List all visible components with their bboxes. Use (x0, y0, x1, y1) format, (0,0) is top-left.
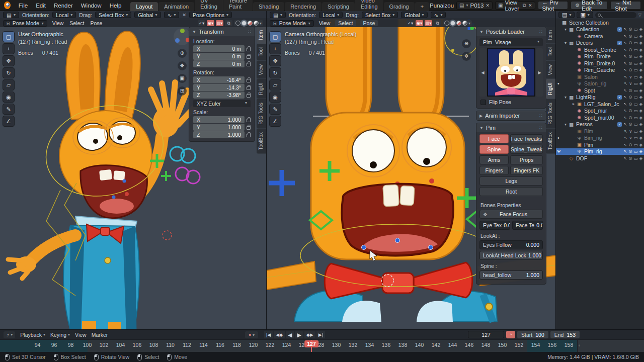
viewport-menu[interactable]: Pose (360, 20, 378, 26)
zoom-icon[interactable]: ⊕ (462, 39, 471, 48)
play-reverse-button[interactable]: ◀ (286, 331, 294, 338)
display-mode-icon[interactable]: ▣ ▾ (577, 12, 593, 18)
selectable-icon[interactable] (623, 47, 627, 52)
topbar-menu[interactable]: Window (77, 3, 106, 9)
select-box-tool[interactable]: ▢ (3, 31, 15, 42)
wireframe-shading-icon[interactable] (235, 21, 240, 26)
viewport-disable-icon[interactable] (633, 122, 637, 127)
close-icon[interactable]: ✕ (528, 3, 532, 8)
outliner-search[interactable] (595, 12, 636, 18)
scale-value-field[interactable]: Z1.000 (193, 131, 245, 138)
render-disable-icon[interactable] (639, 40, 642, 45)
flip-pose-checkbox[interactable] (480, 100, 486, 105)
selectable-icon[interactable] (623, 40, 627, 45)
outliner-row[interactable]: Pim ✓ (556, 141, 644, 148)
viewport-disable-icon[interactable] (633, 34, 637, 39)
hide-eye-icon[interactable] (629, 74, 632, 79)
viewport-left-canvas[interactable]: ⍾ Pose Mode▾ ViewSelectPose ✓▾ ◉▾ ▨▾ ⧉ (0, 19, 266, 329)
selectable-icon[interactable] (623, 108, 627, 113)
outliner-item-label[interactable]: Decors (575, 40, 617, 46)
viewport-disable-icon[interactable] (633, 129, 637, 134)
selectable-icon[interactable] (623, 27, 627, 32)
value-slider[interactable]: Eye Tex0.000 (479, 221, 510, 230)
playhead-badge[interactable]: 127 (304, 340, 318, 347)
viewport-menu[interactable]: View (51, 20, 65, 26)
pan-hand-icon[interactable]: ✥ (462, 52, 471, 61)
transform-tool[interactable]: ◉ (269, 92, 281, 103)
outliner-row[interactable]: Salon_rig ✓ (556, 80, 644, 87)
viewport-menu[interactable]: View (318, 20, 332, 26)
proportional-edit-icon[interactable]: ◉▾ (416, 20, 423, 26)
outliner-row[interactable]: Scene Collection ✓ (556, 19, 644, 26)
sidebar-tab[interactable]: Tool (257, 44, 266, 60)
prev-keyframe-button[interactable]: ◀◆ (274, 331, 285, 338)
outliner-row[interactable]: ▾ Decors ✓ (556, 40, 644, 47)
render-disable-icon[interactable] (639, 102, 642, 107)
outliner-item-label[interactable]: Camera (583, 33, 623, 39)
outliner-item-label[interactable]: Collection (575, 26, 617, 32)
start-frame-field[interactable]: Start 100 (517, 331, 548, 338)
workspace-tab[interactable]: + (415, 2, 429, 11)
scene-selector[interactable]: ▤ ▾ P013 ✕ (456, 2, 493, 10)
collection-checkbox[interactable]: ✓ (617, 95, 622, 100)
record-button[interactable]: ● ▾ (245, 331, 258, 338)
lock-icon[interactable] (247, 119, 251, 122)
outliner-item-label[interactable]: Rim_Droite (583, 53, 623, 59)
viewport-disable-icon[interactable] (633, 102, 637, 107)
rendered-shading-icon[interactable] (254, 21, 259, 26)
back-to-edit-button[interactable]: ⚙ Back To Edit (571, 1, 608, 10)
outliner-row[interactable]: Boost_Centre ✓ (556, 46, 644, 53)
viewport-disable-icon[interactable] (633, 61, 637, 66)
hide-eye-icon[interactable] (628, 40, 632, 45)
pose-select-button[interactable]: Arms (479, 155, 509, 164)
workspace-tab[interactable]: UV Editing (195, 0, 223, 11)
drag-select[interactable]: Select Box ▾ (362, 12, 398, 18)
outliner-item-label[interactable]: Bim_rig (583, 135, 624, 141)
workspace-tab[interactable]: Grading (384, 2, 415, 11)
render-disable-icon[interactable] (639, 74, 642, 79)
timeline-menu[interactable]: View (75, 332, 87, 338)
pivot-select[interactable]: Global ▾ (134, 12, 160, 18)
outliner-item-label[interactable]: Salon_rig (583, 80, 624, 86)
pim-panel-header[interactable]: ▼ Pim ∷ (476, 123, 546, 132)
pose-select-button[interactable]: Face Tweaks (510, 134, 543, 143)
selectable-icon[interactable] (623, 61, 627, 66)
outliner-item-label[interactable]: LightRig (575, 94, 617, 100)
outliner-row[interactable]: Bim_rig ✓ (556, 135, 644, 142)
render-disable-icon[interactable] (639, 34, 642, 39)
outliner-item-label[interactable]: Pim_rig (583, 148, 623, 154)
lock-icon[interactable] (247, 63, 251, 66)
cursor-tool[interactable]: + (3, 43, 15, 54)
hide-eye-icon[interactable] (628, 142, 632, 147)
outliner-row[interactable]: Pim_rig ✓ (556, 148, 644, 155)
viewport-disable-icon[interactable] (633, 142, 637, 147)
workspace-tab[interactable]: Animation (158, 2, 194, 11)
rotation-value-field[interactable]: X-16.4° (193, 76, 245, 83)
selectable-icon[interactable] (623, 102, 627, 107)
sidebar-tab[interactable]: RigUI (546, 79, 555, 99)
copy-icon[interactable]: ⧉ (523, 3, 526, 9)
collection-checkbox[interactable]: ✓ (617, 122, 622, 127)
scene-name[interactable]: Punaizou (430, 3, 454, 9)
timeline-menu[interactable]: Marker (92, 332, 108, 338)
viewport-disable-icon[interactable] (633, 40, 637, 45)
rendered-shading-icon[interactable] (462, 21, 467, 26)
value-slider[interactable]: head_follow1.000 (479, 270, 543, 280)
value-slider[interactable]: Eyes Follow0.000 (479, 240, 543, 249)
rotate-tool[interactable]: ↻ (3, 67, 15, 78)
value-slider[interactable]: LookAt Head Lock1.000 (479, 251, 543, 260)
hide-eye-icon[interactable] (628, 95, 632, 100)
zoom-icon[interactable]: ⊕ (178, 49, 187, 58)
viewport-disable-icon[interactable] (633, 115, 637, 120)
close-icon[interactable]: ✕ (182, 13, 186, 18)
render-disable-icon[interactable] (639, 129, 642, 134)
outliner-row[interactable]: ▾ Collection ✓ (556, 26, 644, 33)
topbar-menu[interactable]: Render (50, 3, 77, 9)
location-value-field[interactable]: Y0 m (193, 53, 245, 60)
lock-icon[interactable] (247, 55, 251, 59)
close-icon[interactable]: ✕ (486, 3, 490, 8)
viewport-disable-icon[interactable] (633, 74, 637, 79)
auto-keyframe-icon[interactable]: ◔ (506, 331, 515, 338)
viewport-disable-icon[interactable] (633, 149, 637, 154)
render-disable-icon[interactable] (639, 61, 642, 66)
